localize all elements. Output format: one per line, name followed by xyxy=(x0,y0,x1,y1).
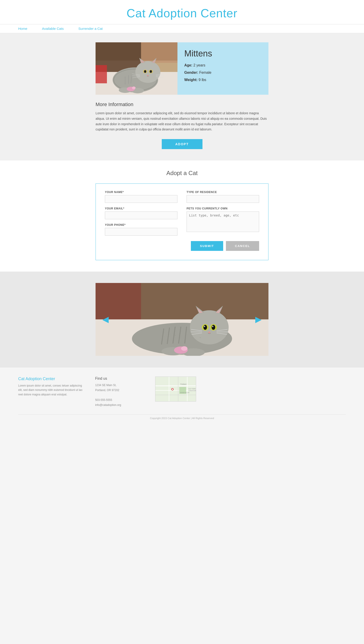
svg-point-15 xyxy=(144,70,146,73)
pets-label: PETS YOU CURRENTLY OWN xyxy=(186,207,259,210)
map-svg: Portland OLD TOWN CHINATOWN GOOSE HOLLOW xyxy=(156,377,196,402)
svg-text:CHINATOWN: CHINATOWN xyxy=(188,390,196,391)
svg-point-78 xyxy=(172,389,173,390)
age-label: Age: xyxy=(184,63,192,67)
weight-label: Weight: xyxy=(184,78,198,82)
form-col-pets: PETS YOU CURRENTLY OWN xyxy=(186,207,259,236)
svg-text:Portland: Portland xyxy=(180,383,186,385)
address-line1: 1234 SE Main St, xyxy=(95,384,116,387)
footer-phone: 503-555-5555 xyxy=(95,398,112,402)
svg-point-16 xyxy=(150,70,152,73)
more-info-body: Lorem ipsum dolor sit amet, consectetur … xyxy=(96,111,268,132)
cancel-button[interactable]: CANCEL xyxy=(226,241,259,251)
svg-point-50 xyxy=(204,326,205,327)
find-us-heading: Find us xyxy=(95,376,146,381)
svg-rect-4 xyxy=(141,42,178,63)
main-content-section: Mittens Age: 2 years Gender: Female Weig… xyxy=(0,33,364,161)
svg-rect-33 xyxy=(96,283,268,319)
svg-text:GOOSE HOLLOW: GOOSE HOLLOW xyxy=(180,392,190,393)
cat-info-box: Mittens Age: 2 years Gender: Female Weig… xyxy=(178,42,268,95)
svg-point-48 xyxy=(204,325,207,330)
residence-label: TYPE OF RESIDENCE xyxy=(186,191,259,194)
submit-button[interactable]: SUBMIT xyxy=(191,241,223,251)
gender-value: Female xyxy=(199,71,211,75)
svg-point-62 xyxy=(181,346,188,351)
nav-surrender-cat[interactable]: Surrender a Cat xyxy=(78,27,103,31)
more-info-heading: More Information xyxy=(96,102,268,108)
adopt-button-wrapper: ADOPT xyxy=(18,139,346,149)
email-input[interactable] xyxy=(105,212,178,219)
site-nav: Home Available Cats Surrender a Cat xyxy=(0,24,364,33)
gallery-cat-svg xyxy=(96,283,268,356)
svg-text:OLD TOWN: OLD TOWN xyxy=(188,388,196,389)
footer-map: Portland OLD TOWN CHINATOWN GOOSE HOLLOW xyxy=(155,376,196,402)
gallery-inner: ◀ xyxy=(96,283,268,356)
svg-point-8 xyxy=(135,61,160,83)
cat-profile: Mittens Age: 2 years Gender: Female Weig… xyxy=(96,42,268,95)
form-col-residence: TYPE OF RESIDENCE xyxy=(186,191,259,203)
cat-name: Mittens xyxy=(184,49,262,59)
svg-point-51 xyxy=(212,326,214,327)
form-row-1: YOUR NAME* TYPE OF RESIDENCE xyxy=(105,191,259,203)
form-col-name: YOUR NAME* xyxy=(105,191,178,203)
name-label: YOUR NAME* xyxy=(105,191,178,194)
footer-find-us: Find us 1234 SE Main St, Portland, OR 97… xyxy=(95,376,146,407)
more-info-section: More Information Lorem ipsum dolor sit a… xyxy=(96,102,268,132)
title-part1: Cat Adoption xyxy=(126,7,200,20)
site-header: Cat Adoption Center xyxy=(0,0,364,24)
copyright-text: Copyright 2015 Cat Adoption Center | All… xyxy=(18,414,346,420)
gallery-image xyxy=(96,283,268,356)
phone-label: YOUR PHONE* xyxy=(105,223,178,227)
pets-textarea[interactable] xyxy=(186,212,259,232)
cat-image-svg xyxy=(96,42,178,95)
adopt-form-container: YOUR NAME* TYPE OF RESIDENCE YOUR EMAIL*… xyxy=(96,184,268,260)
cat-age: Age: 2 years xyxy=(184,63,262,68)
svg-rect-5 xyxy=(96,65,107,83)
svg-point-41 xyxy=(190,310,229,344)
phone-input[interactable] xyxy=(105,228,178,236)
nav-home[interactable]: Home xyxy=(18,27,27,31)
gallery-next-button[interactable]: ▶ xyxy=(253,312,264,326)
email-label: YOUR EMAIL* xyxy=(105,207,178,210)
footer-logo-part2: Center xyxy=(43,376,55,381)
footer-email: info@catadoption.org xyxy=(95,403,121,407)
svg-point-63 xyxy=(200,337,201,338)
gallery-prev-button[interactable]: ◀ xyxy=(100,312,111,326)
footer-logo-part1: Cat Adoption xyxy=(18,376,43,381)
footer-address: 1234 SE Main St, Portland, OR 97202 503-… xyxy=(95,383,146,407)
age-value: 2 years xyxy=(194,63,205,67)
site-footer: Cat Adoption Center Lorem ipsum dolor si… xyxy=(0,367,364,424)
footer-logo: Cat Adoption Center xyxy=(18,376,86,381)
svg-point-64 xyxy=(175,335,176,336)
cat-gender: Gender: Female xyxy=(184,70,262,75)
weight-value: 9 lbs xyxy=(198,78,206,82)
gallery-section: ◀ xyxy=(0,272,364,367)
form-buttons: SUBMIT CANCEL xyxy=(105,241,259,251)
form-col-email: YOUR EMAIL* YOUR PHONE* xyxy=(105,207,178,236)
footer-col-brand: Cat Adoption Center Lorem ipsum dolor si… xyxy=(18,376,86,407)
nav-available-cats[interactable]: Available Cats xyxy=(42,27,64,31)
adopt-form-heading: Adopt a Cat xyxy=(18,170,346,177)
footer-description: Lorem ipsum dolor sit amet, consec tetue… xyxy=(18,384,86,397)
site-title: Cat Adoption Center xyxy=(0,6,364,20)
adopt-button[interactable]: ADOPT xyxy=(162,139,202,149)
residence-input[interactable] xyxy=(186,195,259,203)
cat-photo xyxy=(96,42,178,95)
svg-point-27 xyxy=(132,87,136,89)
footer-map-col: Portland OLD TOWN CHINATOWN GOOSE HOLLOW xyxy=(155,376,223,407)
cat-weight: Weight: 9 lbs xyxy=(184,77,262,83)
name-input[interactable] xyxy=(105,195,178,203)
adopt-form-section: Adopt a Cat YOUR NAME* TYPE OF RESIDENCE… xyxy=(0,161,364,272)
title-part2: Center xyxy=(201,7,238,20)
svg-point-49 xyxy=(212,325,215,330)
footer-inner: Cat Adoption Center Lorem ipsum dolor si… xyxy=(18,376,223,407)
gender-label: Gender: xyxy=(184,71,198,75)
address-line2: Portland, OR 97202 xyxy=(95,389,119,392)
form-row-2: YOUR EMAIL* YOUR PHONE* PETS YOU CURRENT… xyxy=(105,207,259,236)
